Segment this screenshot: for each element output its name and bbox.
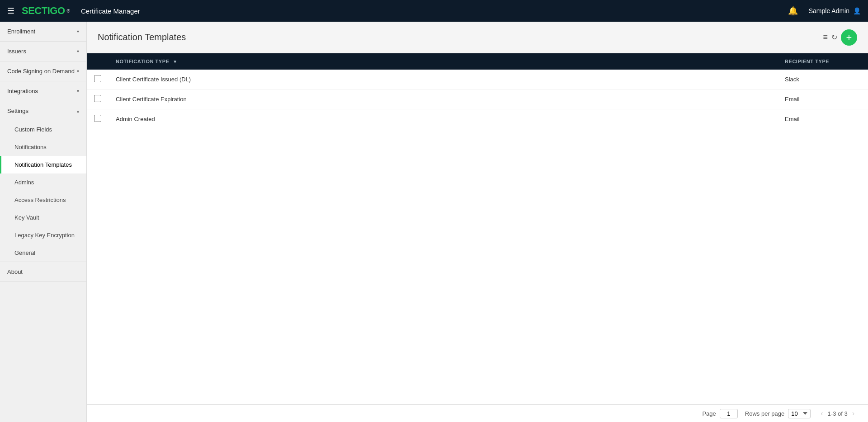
logo: SECTIGO ®: [22, 5, 70, 17]
sidebar-item-code-signing[interactable]: Code Signing on Demand ▾: [0, 61, 86, 81]
page-actions: ≡ ↻ +: [823, 29, 857, 46]
sidebar-item-custom-fields[interactable]: Custom Fields: [0, 121, 86, 138]
notification-bell-icon[interactable]: 🔔: [788, 6, 798, 16]
integrations-label: Integrations: [7, 88, 38, 94]
row-checkbox-cell: [87, 89, 108, 109]
sidebar-item-enrollment[interactable]: Enrollment ▾: [0, 22, 86, 41]
chevron-down-icon: ▾: [77, 89, 79, 94]
main-layout: Enrollment ▾ Issuers ▾ Code Signing on D…: [0, 22, 868, 422]
enrollment-label: Enrollment: [7, 28, 35, 35]
sidebar-section-settings: Settings ▴ Custom Fields Notifications N…: [0, 101, 86, 262]
page-number-input[interactable]: [720, 409, 738, 418]
row-checkbox[interactable]: [94, 75, 101, 82]
rows-per-page: Rows per page 10 25 50 100: [745, 409, 811, 418]
next-page-button[interactable]: ›: [849, 408, 857, 418]
rows-per-page-label: Rows per page: [745, 410, 784, 417]
table-container: NOTIFICATION TYPE ▼ RECIPIENT TYPE Clien…: [87, 53, 868, 404]
user-menu[interactable]: Sample Admin 👤: [809, 7, 861, 14]
sidebar-item-legacy-key-encryption[interactable]: Legacy Key Encryption: [0, 226, 86, 244]
page-label: Page: [702, 410, 716, 417]
sidebar-item-issuers[interactable]: Issuers ▾: [0, 42, 86, 61]
page-header: Notification Templates ≡ ↻ +: [87, 22, 868, 53]
row-checkbox[interactable]: [94, 115, 101, 122]
table-row: Admin Created Email: [87, 109, 868, 129]
add-template-button[interactable]: +: [841, 29, 857, 46]
settings-label: Settings: [7, 108, 28, 114]
notification-type-cell: Admin Created: [108, 109, 778, 129]
filter-icon: ≡: [823, 33, 828, 42]
sidebar-section-issuers: Issuers ▾: [0, 42, 86, 61]
sidebar-section-about: About: [0, 262, 86, 282]
sidebar-item-admins[interactable]: Admins: [0, 173, 86, 191]
user-avatar-icon: 👤: [853, 7, 861, 14]
notification-type-header[interactable]: NOTIFICATION TYPE ▼: [108, 53, 778, 70]
table-row: Client Certificate Issued (DL) Slack: [87, 70, 868, 89]
sidebar-item-access-restrictions[interactable]: Access Restrictions: [0, 191, 86, 209]
sidebar-item-notifications[interactable]: Notifications: [0, 138, 86, 156]
sidebar-section-enrollment: Enrollment ▾: [0, 22, 86, 42]
app-title: Certificate Manager: [81, 7, 140, 15]
recipient-type-cell: Slack: [778, 70, 868, 89]
notification-type-cell: Client Certificate Expiration: [108, 89, 778, 109]
chevron-down-icon: ▾: [77, 29, 79, 34]
sort-down-icon: ▼: [173, 59, 177, 64]
main-content: Notification Templates ≡ ↻ +: [87, 22, 868, 422]
sidebar-section-integrations: Integrations ▾: [0, 81, 86, 101]
table-footer: Page Rows per page 10 25 50 100 ‹ 1-3 of…: [87, 404, 868, 422]
logo-text: SECTIGO: [22, 5, 65, 17]
sidebar-item-about[interactable]: About: [0, 262, 86, 281]
recipient-type-label: RECIPIENT TYPE: [785, 59, 829, 64]
user-name: Sample Admin: [809, 7, 849, 14]
issuers-label: Issuers: [7, 48, 26, 55]
recipient-type-cell: Email: [778, 109, 868, 129]
filter-button[interactable]: ≡: [823, 33, 828, 42]
code-signing-label: Code Signing on Demand: [7, 68, 75, 75]
recipient-type-cell: Email: [778, 89, 868, 109]
notification-type-label: NOTIFICATION TYPE: [116, 59, 170, 64]
table-header-row: NOTIFICATION TYPE ▼ RECIPIENT TYPE: [87, 53, 868, 70]
row-checkbox-cell: [87, 70, 108, 89]
recipient-type-header: RECIPIENT TYPE: [778, 53, 868, 70]
logo-registered: ®: [67, 9, 70, 14]
pagination-nav: ‹ 1-3 of 3 ›: [818, 408, 857, 418]
pagination-count: 1-3 of 3: [828, 410, 848, 417]
refresh-icon: ↻: [831, 33, 837, 41]
select-all-header: [87, 53, 108, 70]
prev-page-button[interactable]: ‹: [818, 408, 826, 418]
row-checkbox[interactable]: [94, 95, 101, 102]
sidebar-item-notification-templates[interactable]: Notification Templates: [0, 156, 86, 173]
menu-icon[interactable]: ☰: [7, 6, 14, 16]
rows-per-page-select[interactable]: 10 25 50 100: [788, 409, 811, 418]
sidebar-item-general[interactable]: General: [0, 244, 86, 262]
sidebar-section-code-signing: Code Signing on Demand ▾: [0, 61, 86, 81]
sidebar: Enrollment ▾ Issuers ▾ Code Signing on D…: [0, 22, 87, 422]
notification-templates-table: NOTIFICATION TYPE ▼ RECIPIENT TYPE Clien…: [87, 53, 868, 129]
add-icon: +: [846, 32, 852, 43]
pagination-page: Page: [702, 409, 737, 418]
page-title: Notification Templates: [98, 32, 186, 42]
table-row: Client Certificate Expiration Email: [87, 89, 868, 109]
about-label: About: [7, 268, 23, 275]
chevron-down-icon: ▾: [77, 69, 79, 74]
app-header: ☰ SECTIGO ® Certificate Manager 🔔 Sample…: [0, 0, 868, 22]
sidebar-item-key-vault[interactable]: Key Vault: [0, 209, 86, 226]
chevron-up-icon: ▴: [77, 108, 79, 113]
table-body: Client Certificate Issued (DL) Slack Cli…: [87, 70, 868, 129]
row-checkbox-cell: [87, 109, 108, 129]
chevron-down-icon: ▾: [77, 49, 79, 54]
sidebar-item-integrations[interactable]: Integrations ▾: [0, 81, 86, 101]
notification-type-cell: Client Certificate Issued (DL): [108, 70, 778, 89]
refresh-button[interactable]: ↻: [831, 33, 837, 42]
sidebar-item-settings[interactable]: Settings ▴: [0, 101, 86, 121]
